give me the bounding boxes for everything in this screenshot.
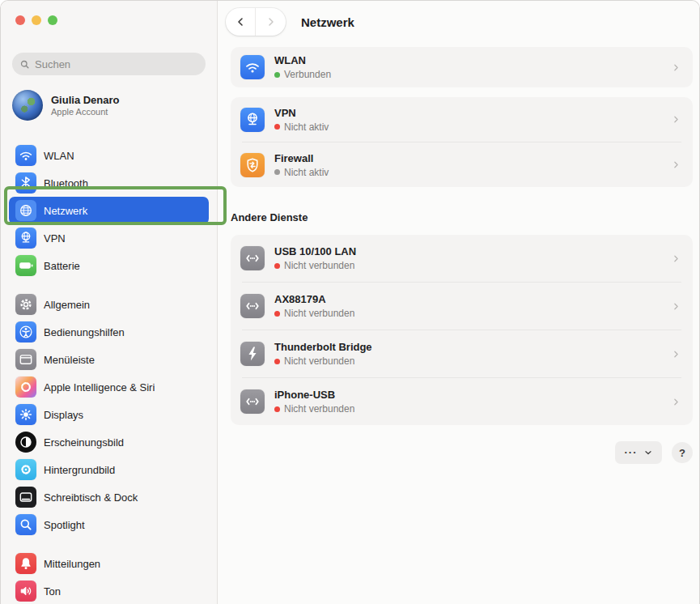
minimize-window-button[interactable] — [32, 15, 41, 25]
sidebar-item-vpn[interactable]: VPN — [9, 224, 209, 252]
back-button[interactable] — [226, 8, 256, 36]
contrast-icon — [15, 432, 36, 453]
sidebar-item-label: Erscheinungsbild — [44, 436, 124, 449]
status-text: Nicht verbunden — [284, 260, 354, 271]
vpn-globe-icon — [240, 108, 265, 132]
sidebar-item-ton[interactable]: Ton — [9, 577, 209, 604]
sidebar-item-label: VPN — [44, 232, 66, 245]
row-title: Thunderbolt Bridge — [274, 341, 661, 354]
sidebar-item-mitteilungen[interactable]: Mitteilungen — [9, 550, 209, 577]
sidebar-item-displays[interactable]: Displays — [9, 401, 209, 428]
sidebar-item-label: Bluetooth — [44, 177, 88, 189]
sidebar-item-label: WLAN — [44, 150, 74, 162]
sidebar-item-label: Displays — [44, 409, 83, 421]
account-name: Giulia Denaro — [51, 94, 120, 107]
section-title-andere-dienste: Andere Dienste — [231, 211, 693, 223]
sidebar-item-bedienungshilfen[interactable]: Bedienungshilfen — [9, 318, 209, 346]
question-mark-icon: ? — [679, 447, 685, 459]
page-title: Netzwerk — [301, 15, 354, 29]
chevron-right-icon — [671, 349, 681, 359]
siri-icon — [15, 376, 36, 398]
sidebar-item-wlan[interactable]: WLAN — [9, 142, 209, 169]
sidebar-item-label: Apple Intelligence & Siri — [44, 381, 155, 393]
chevron-right-icon — [671, 114, 681, 125]
sidebar-item-erscheinungsbild[interactable]: Erscheinungsbild — [9, 428, 209, 456]
status-dot — [274, 124, 280, 130]
chevron-left-icon — [234, 15, 247, 28]
sidebar-item-hintergrundbild[interactable]: Hintergrundbild — [9, 456, 209, 483]
avatar — [12, 90, 43, 121]
chevron-right-icon — [671, 301, 681, 312]
sidebar-item-label: Mitteilungen — [44, 558, 100, 570]
forward-button[interactable] — [256, 8, 286, 36]
sidebar-item-label: Ton — [44, 585, 61, 598]
pane-footer: ··· ? — [231, 441, 693, 464]
sidebar-item-allgemein[interactable]: Allgemein — [9, 291, 209, 318]
sidebar-item-bluetooth[interactable]: Bluetooth — [9, 169, 209, 197]
close-window-button[interactable] — [15, 15, 25, 25]
status-dot — [274, 359, 280, 364]
status-text: Nicht verbunden — [284, 355, 354, 367]
search-icon — [19, 59, 30, 70]
status-text: Nicht verbunden — [284, 403, 354, 415]
row-title: USB 10/100 LAN — [274, 245, 661, 258]
chevron-right-icon — [671, 62, 681, 73]
sidebar-item-apple-intelligence-siri[interactable]: Apple Intelligence & Siri — [9, 373, 209, 401]
chevron-right-icon — [671, 160, 681, 170]
wifi-icon — [15, 145, 36, 166]
vpn-firewall-card: VPN Nicht aktiv Firewall Nicht aktiv — [231, 97, 693, 187]
menubar-icon — [15, 349, 36, 370]
sidebar-item-label: Netzwerk — [44, 205, 87, 217]
row-title: Firewall — [274, 152, 661, 165]
pane-content: WLAN Verbunden VPN Nicht aktiv — [218, 43, 699, 604]
speaker-icon — [15, 581, 36, 602]
status-dot — [274, 406, 280, 412]
row-firewall[interactable]: Firewall Nicht aktiv — [231, 142, 693, 187]
row-title: iPhone-USB — [274, 389, 661, 402]
system-settings-window: Giulia Denaro Apple Account WLAN Bluetoo… — [0, 0, 700, 604]
sidebar-item-label: Schreibtisch & Dock — [44, 491, 138, 504]
status-text: Nicht aktiv — [284, 167, 329, 178]
row-vpn[interactable]: VPN Nicht aktiv — [231, 97, 693, 142]
row-title: WLAN — [274, 54, 661, 67]
status-dot — [274, 311, 280, 317]
status-text: Nicht verbunden — [284, 308, 354, 319]
zoom-window-button[interactable] — [48, 15, 57, 25]
row-wlan[interactable]: WLAN Verbunden — [231, 47, 693, 87]
chevron-down-icon — [643, 448, 653, 457]
network-pane: Netzwerk WLAN Verbunden VPN — [218, 1, 699, 604]
status-dot — [274, 169, 280, 175]
sidebar-item-schreibtisch-dock[interactable]: Schreibtisch & Dock — [9, 483, 209, 511]
sidebar-item-label: Spotlight — [44, 519, 85, 531]
row-iphone-usb[interactable]: iPhone-USB Nicht verbunden — [231, 378, 693, 425]
battery-icon — [15, 255, 36, 276]
wifi-icon — [240, 55, 265, 79]
sidebar-item-batterie[interactable]: Batterie — [9, 252, 209, 279]
row-thunderbolt-bridge[interactable]: Thunderbolt Bridge Nicht verbunden — [231, 330, 693, 377]
apple-account-row[interactable]: Giulia Denaro Apple Account — [9, 87, 209, 124]
status-text: Nicht aktiv — [284, 121, 329, 133]
flower-icon — [15, 459, 36, 480]
bluetooth-icon — [15, 172, 36, 194]
sidebar-item-menueleiste[interactable]: Menüleiste — [9, 346, 209, 373]
row-title: AX88179A — [274, 293, 661, 306]
help-button[interactable]: ? — [672, 442, 693, 463]
window-controls — [1, 1, 217, 25]
sidebar-item-netzwerk[interactable]: Netzwerk — [9, 197, 209, 224]
status-dot — [274, 263, 280, 269]
search-input[interactable] — [35, 58, 198, 70]
magnifier-icon — [15, 514, 36, 535]
row-title: VPN — [274, 107, 661, 120]
sidebar-item-spotlight[interactable]: Spotlight — [9, 511, 209, 538]
row-ax88179a[interactable]: AX88179A Nicht verbunden — [231, 283, 693, 330]
accessibility-icon — [15, 321, 36, 342]
ellipsis-icon: ··· — [625, 449, 638, 457]
more-options-button[interactable]: ··· — [615, 441, 662, 464]
globe-icon — [15, 200, 36, 221]
search-field[interactable] — [12, 53, 206, 75]
sidebar-item-label: Menüleiste — [44, 354, 95, 366]
ethernet-icon — [240, 389, 265, 414]
row-usb-lan[interactable]: USB 10/100 LAN Nicht verbunden — [231, 235, 693, 282]
sidebar-nav: WLAN Bluetooth Netzwerk VPN Batterie — [1, 142, 217, 604]
vpn-globe-icon — [15, 228, 36, 249]
